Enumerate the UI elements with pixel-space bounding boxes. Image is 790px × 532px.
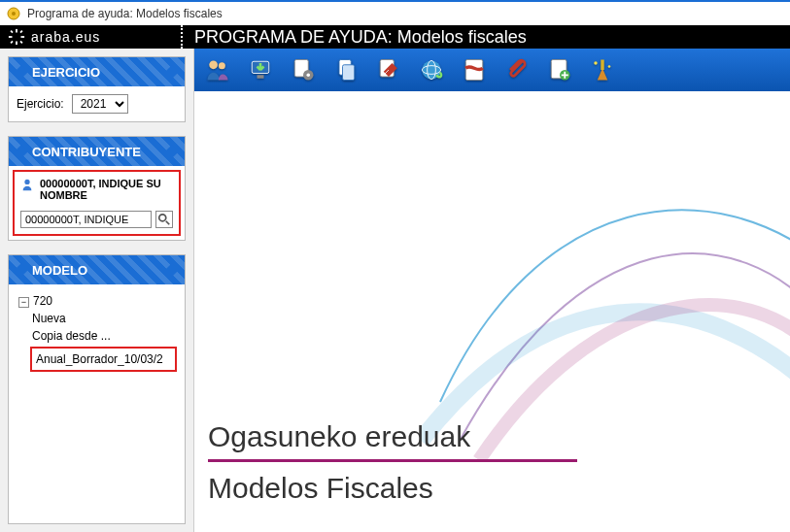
main-title-eu: Ogasuneko ereduak [208, 420, 577, 453]
contribuyente-header-label: CONTRIBUYENTE [32, 145, 141, 159]
modelo-header: MODELO [9, 255, 185, 284]
contribuyente-name: 00000000T, INDIQUE SU NOMBRE [40, 178, 173, 201]
svg-rect-2 [16, 29, 17, 33]
tree-item-copia[interactable]: Copia desde ... [30, 327, 177, 345]
svg-rect-16 [258, 75, 264, 79]
tree-expander-icon[interactable]: − [18, 297, 29, 308]
svg-rect-8 [10, 41, 13, 44]
person-icon [20, 178, 34, 193]
attach-icon[interactable] [499, 52, 534, 87]
window-titlebar: Programa de ayuda: Modelos fiscales [0, 2, 790, 25]
header-title: PROGRAMA DE AYUDA: Modelos fiscales [194, 27, 527, 48]
svg-rect-6 [10, 30, 13, 33]
ejercicio-label: Ejercicio: [17, 97, 64, 111]
globe-icon[interactable] [414, 52, 449, 87]
magnifier-icon [157, 213, 171, 226]
content: EJERCICIO Ejercicio: 2021 CONTRIBUYENTE … [0, 49, 790, 532]
lookup-button[interactable] [155, 211, 173, 228]
svg-rect-3 [16, 42, 17, 46]
main-title-es: Modelos Fiscales [208, 472, 577, 505]
tree-item-borrador[interactable]: Anual_Borrador_10/03/2 [30, 347, 177, 372]
svg-rect-7 [19, 30, 22, 33]
title-underline [208, 459, 577, 462]
svg-point-1 [12, 12, 16, 16]
users-icon[interactable] [200, 52, 235, 87]
canvas: Ogasuneko ereduak Modelos Fiscales [194, 91, 790, 532]
contribuyente-search-input[interactable] [20, 211, 152, 228]
decorative-swoosh [421, 150, 790, 460]
svg-point-10 [24, 180, 29, 184]
sidebar: EJERCICIO Ejercicio: 2021 CONTRIBUYENTE … [0, 49, 194, 532]
tools-icon[interactable] [371, 52, 406, 87]
pdf-icon[interactable] [457, 52, 492, 87]
svg-point-14 [219, 62, 225, 69]
svg-point-19 [307, 74, 311, 78]
ejercicio-header: EJERCICIO [9, 57, 185, 86]
svg-point-11 [159, 215, 166, 221]
svg-point-13 [209, 60, 218, 69]
contribuyente-header: CONTRIBUYENTE [9, 137, 185, 166]
ejercicio-header-label: EJERCICIO [32, 65, 100, 80]
ejercicio-panel: EJERCICIO Ejercicio: 2021 [8, 56, 186, 122]
main-area: Ogasuneko ereduak Modelos Fiscales [194, 49, 790, 532]
app-icon [6, 6, 21, 21]
brand-text: araba.eus [31, 29, 100, 45]
modelo-header-label: MODELO [32, 263, 87, 278]
clean-icon[interactable] [585, 52, 620, 87]
ejercicio-select[interactable]: 2021 [72, 94, 128, 114]
brand-logo-icon [8, 28, 25, 46]
svg-line-12 [166, 221, 170, 225]
modelo-panel: MODELO −720 Nueva Copia desde ... Anual_… [8, 254, 186, 524]
download-icon[interactable] [243, 52, 278, 87]
tree-root[interactable]: −720 [17, 292, 177, 310]
brand: araba.eus [0, 28, 181, 46]
svg-point-31 [608, 65, 611, 68]
svg-rect-5 [21, 36, 25, 38]
header-bar: araba.eus PROGRAMA DE AYUDA: Modelos fis… [0, 25, 790, 49]
settings-icon[interactable] [286, 52, 321, 87]
svg-rect-4 [9, 36, 13, 38]
toolbar [194, 49, 790, 91]
tree-item-nueva[interactable]: Nueva [30, 310, 177, 327]
svg-rect-21 [343, 65, 355, 81]
svg-point-30 [594, 61, 598, 65]
new-page-icon[interactable] [542, 52, 577, 87]
svg-rect-9 [19, 41, 22, 44]
contribuyente-panel: CONTRIBUYENTE 00000000T, INDIQUE SU NOMB… [8, 136, 186, 241]
window-title: Programa de ayuda: Modelos fiscales [27, 7, 223, 20]
modelo-tree: −720 Nueva Copia desde ... Anual_Borrado… [9, 284, 185, 380]
svg-rect-29 [601, 60, 604, 71]
header-divider [181, 25, 187, 49]
copy-icon[interactable] [328, 52, 363, 87]
